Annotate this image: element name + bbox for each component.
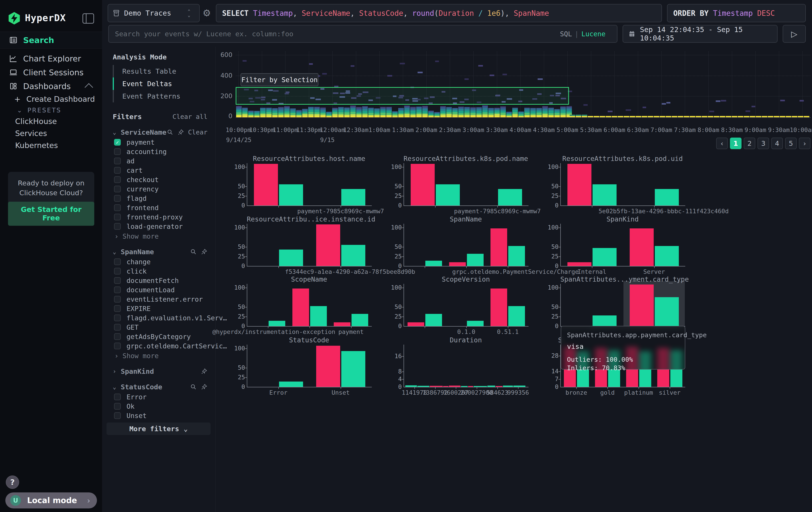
checkbox-unchecked[interactable] bbox=[114, 204, 121, 211]
filter-checkbox-row[interactable]: documentFetch bbox=[114, 276, 215, 285]
pagination-page-5[interactable]: 5 bbox=[785, 138, 797, 149]
heatmap-cell bbox=[626, 109, 631, 111]
heatmap-cell bbox=[320, 115, 326, 116]
pin-icon[interactable] bbox=[201, 248, 207, 255]
checkbox-unchecked[interactable] bbox=[114, 214, 121, 220]
checkbox-unchecked[interactable] bbox=[114, 186, 121, 192]
pagination-page-3[interactable]: 3 bbox=[757, 138, 769, 149]
filter-checkbox-row[interactable]: accounting bbox=[114, 147, 215, 156]
clear-filter-button[interactable]: Clear bbox=[188, 129, 207, 136]
filter-group-header-SpanKind[interactable]: ›SpanKind bbox=[113, 367, 207, 375]
filter-checkbox-row[interactable]: ad bbox=[114, 156, 215, 166]
filter-checkbox-row[interactable]: documentLoad bbox=[114, 285, 215, 295]
checkbox-unchecked[interactable] bbox=[114, 259, 121, 265]
pagination-next-button[interactable]: › bbox=[799, 138, 810, 149]
filter-checkbox-row[interactable]: load-generator bbox=[114, 222, 215, 231]
mode-event-patterns[interactable]: Event Patterns bbox=[113, 90, 215, 102]
filter-group-header-SpanName[interactable]: ⌄SpanName bbox=[113, 248, 207, 256]
filter-checkbox-row[interactable]: Ok bbox=[114, 402, 215, 411]
pagination-page-1[interactable]: 1 bbox=[730, 138, 742, 149]
checkbox-unchecked[interactable] bbox=[114, 167, 121, 173]
checkbox-unchecked[interactable] bbox=[114, 223, 121, 230]
collapse-sidebar-icon[interactable] bbox=[83, 14, 94, 24]
checkbox-unchecked[interactable] bbox=[114, 403, 121, 410]
filter-checkbox-row[interactable]: ✓payment bbox=[114, 138, 215, 147]
checkbox-unchecked[interactable] bbox=[114, 333, 121, 340]
checkbox-unchecked[interactable] bbox=[114, 324, 121, 330]
search-icon[interactable] bbox=[190, 383, 197, 390]
checkbox-unchecked[interactable] bbox=[114, 412, 121, 419]
checkbox-unchecked[interactable] bbox=[114, 148, 121, 155]
sidebar-item-clickhouse[interactable]: ClickHouse bbox=[0, 115, 102, 127]
heatmap-selection[interactable] bbox=[236, 87, 569, 105]
filter-checkbox-row[interactable]: flagd bbox=[114, 194, 215, 203]
checkbox-unchecked[interactable] bbox=[114, 195, 121, 202]
search-input[interactable] bbox=[115, 30, 538, 38]
checkbox-unchecked[interactable] bbox=[114, 268, 121, 274]
heatmap-cell bbox=[332, 116, 338, 117]
filter-checkbox-row[interactable]: grpc.oteldemo.CartServic… bbox=[114, 341, 215, 351]
checkbox-unchecked[interactable] bbox=[114, 394, 121, 400]
show-more-link[interactable]: › Show more bbox=[115, 352, 215, 360]
filter-checkbox-row[interactable]: click bbox=[114, 266, 215, 276]
sidebar-item-kubernetes[interactable]: Kubernetes bbox=[0, 139, 102, 152]
checkbox-checked[interactable]: ✓ bbox=[114, 139, 121, 145]
heatmap-cell bbox=[290, 116, 296, 117]
checkbox-unchecked[interactable] bbox=[114, 176, 121, 183]
gear-icon[interactable]: ⚙ bbox=[203, 7, 211, 19]
sidebar-item-search[interactable]: Search bbox=[0, 32, 102, 49]
mode-event-deltas[interactable]: Event Deltas bbox=[113, 78, 215, 90]
source-select[interactable]: Demo Traces ⌃⌄ bbox=[108, 4, 200, 22]
get-started-button[interactable]: Get Started for Free bbox=[8, 202, 94, 226]
pin-icon[interactable] bbox=[201, 368, 207, 375]
language-toggle[interactable]: SQL|Lucene bbox=[560, 30, 605, 38]
sidebar-item-services[interactable]: Services bbox=[0, 127, 102, 139]
filter-group-header-StatusCode[interactable]: ⌄StatusCode bbox=[113, 383, 207, 391]
search-icon[interactable] bbox=[190, 248, 197, 255]
search-icon[interactable] bbox=[167, 129, 173, 136]
checkbox-unchecked[interactable] bbox=[114, 305, 121, 312]
sidebar-item-client-sessions[interactable]: Client Sessions bbox=[0, 65, 102, 79]
mode-results-table[interactable]: Results Table bbox=[113, 65, 215, 78]
checkbox-unchecked[interactable] bbox=[114, 343, 121, 349]
help-button[interactable]: ? bbox=[6, 476, 19, 489]
filter-checkbox-row[interactable]: frontend-proxy bbox=[114, 212, 215, 222]
order-by-box[interactable]: ORDER BY Timestamp DESC bbox=[667, 4, 806, 22]
run-query-button[interactable]: ▷ bbox=[783, 25, 806, 43]
create-dashboard-button[interactable]: + Create Dashboard bbox=[0, 93, 102, 105]
sql-select-box[interactable]: SELECT Timestamp, ServiceName, StatusCod… bbox=[216, 4, 662, 22]
filter-checkbox-row[interactable]: frontend bbox=[114, 203, 215, 212]
filter-checkbox-row[interactable]: flagd.evaluation.v1.Serv… bbox=[114, 313, 215, 323]
pin-icon[interactable] bbox=[177, 129, 184, 136]
sidebar-item-dashboards[interactable]: Dashboards bbox=[0, 79, 102, 93]
filter-checkbox-row[interactable]: cart bbox=[114, 166, 215, 175]
filter-checkbox-row[interactable]: eventListener.error bbox=[114, 295, 215, 304]
more-filters-button[interactable]: More filters ⌄ bbox=[107, 423, 210, 435]
filter-checkbox-row[interactable]: currency bbox=[114, 184, 215, 194]
filter-checkbox-row[interactable]: getAdsByCategory bbox=[114, 332, 215, 341]
heatmap-cell bbox=[314, 110, 320, 112]
date-range-picker[interactable]: Sep 14 22:04:35 - Sep 15 10:04:35 bbox=[622, 25, 778, 43]
pin-icon[interactable] bbox=[201, 383, 207, 390]
checkbox-unchecked[interactable] bbox=[114, 158, 121, 164]
checkbox-unchecked[interactable] bbox=[114, 315, 121, 321]
filter-checkbox-row[interactable]: Error bbox=[114, 392, 215, 402]
local-mode-button[interactable]: U Local mode › bbox=[5, 492, 97, 508]
filter-checkbox-row[interactable]: checkout bbox=[114, 175, 215, 184]
pagination-page-4[interactable]: 4 bbox=[771, 138, 783, 149]
checkbox-unchecked[interactable] bbox=[114, 287, 121, 293]
filter-checkbox-row[interactable]: GET bbox=[114, 323, 215, 332]
show-more-link[interactable]: › Show more bbox=[115, 233, 215, 240]
pagination-prev-button[interactable]: ‹ bbox=[716, 138, 728, 149]
checkbox-unchecked[interactable] bbox=[114, 277, 121, 284]
checkbox-unchecked[interactable] bbox=[114, 296, 121, 302]
pagination-page-2[interactable]: 2 bbox=[744, 138, 755, 149]
clear-all-button[interactable]: Clear all bbox=[173, 113, 207, 120]
filter-group-header-ServiceName[interactable]: ⌄ServiceNameClear bbox=[113, 128, 207, 136]
filter-checkbox-row[interactable]: change bbox=[114, 257, 215, 266]
filter-checkbox-row[interactable]: EXPIRE bbox=[114, 304, 215, 313]
presets-toggle[interactable]: ⌄ PRESETS bbox=[0, 105, 102, 115]
filter-checkbox-row[interactable]: Unset bbox=[114, 411, 215, 420]
filter-by-selection-button[interactable]: Filter by Selection bbox=[240, 73, 318, 86]
sidebar-item-chart-explorer[interactable]: Chart Explorer bbox=[0, 52, 102, 65]
